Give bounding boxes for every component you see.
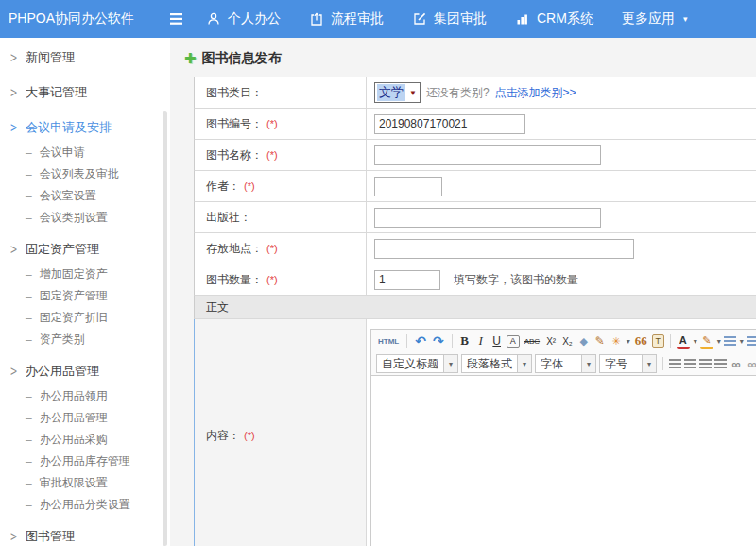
justify-icon[interactable] bbox=[714, 359, 727, 368]
content-label: 内容：(*) bbox=[195, 319, 367, 546]
align-right-icon[interactable] bbox=[699, 359, 712, 368]
sidebar-item-supplies-category[interactable]: –办公用品分类设置 bbox=[0, 494, 170, 516]
caret-down-icon[interactable]: ▾ bbox=[694, 337, 697, 346]
author-input[interactable] bbox=[374, 177, 442, 196]
nav-label: CRM系统 bbox=[537, 10, 593, 27]
add-category-link[interactable]: 点击添加类别>> bbox=[495, 85, 576, 101]
dash-icon: – bbox=[26, 499, 32, 512]
underline-button[interactable]: U bbox=[490, 333, 504, 350]
align-left-icon[interactable] bbox=[669, 359, 681, 368]
required-mark: (*) bbox=[244, 430, 255, 441]
sidebar-group-meeting[interactable]: >会议申请及安排 bbox=[0, 113, 170, 142]
chevron-right-icon: > bbox=[10, 50, 17, 66]
dash-icon: – bbox=[26, 412, 32, 425]
sidebar-item-asset-category[interactable]: –资产类别 bbox=[0, 329, 170, 350]
caret-down-icon: ▾ bbox=[642, 355, 656, 372]
sidebar-item-meeting-category[interactable]: –会议类别设置 bbox=[0, 207, 170, 229]
editor-content-area[interactable] bbox=[371, 375, 756, 546]
caret-down-icon[interactable]: ▾ bbox=[627, 337, 630, 346]
font-border-button[interactable]: A bbox=[507, 335, 520, 348]
dash-icon: – bbox=[26, 290, 32, 303]
blockquote-button[interactable]: 66 bbox=[633, 333, 649, 350]
redo-button[interactable]: ↷ bbox=[431, 333, 446, 350]
subscript-button[interactable]: X₂ bbox=[560, 333, 575, 350]
custom-title-select[interactable]: 自定义标题▾ bbox=[376, 354, 458, 373]
font-family-select[interactable]: 字体▾ bbox=[535, 354, 596, 373]
unordered-list-icon[interactable] bbox=[747, 336, 756, 346]
highlight-color-button[interactable]: ✎ bbox=[700, 334, 713, 349]
nav-crm-system[interactable]: CRM系统 bbox=[515, 10, 593, 27]
sidebar-item-supplies-inventory[interactable]: –办公用品库存管理 bbox=[0, 451, 170, 472]
hamburger-menu-button[interactable] bbox=[168, 12, 185, 26]
rich-text-editor: HTML ↶ ↷ B I U A ABC X² X₂ ◆ ✎ bbox=[370, 329, 756, 546]
quantity-label: 图书数量：(*) bbox=[195, 264, 367, 295]
category-select[interactable]: 文学 ▼ bbox=[374, 82, 421, 103]
sidebar-item-supplies-claim[interactable]: –办公用品领用 bbox=[0, 385, 170, 407]
select-arrow-icon: ▼ bbox=[409, 89, 417, 97]
sidebar-item-meeting-room[interactable]: –会议室设置 bbox=[0, 185, 170, 207]
sidebar-scrollbar[interactable] bbox=[163, 111, 167, 546]
dash-icon: – bbox=[26, 477, 32, 490]
undo-button[interactable]: ↶ bbox=[413, 333, 428, 350]
required-mark: (*) bbox=[266, 118, 278, 129]
format-brush-button[interactable]: ✎ bbox=[593, 333, 607, 350]
strikethrough-button[interactable]: ABC bbox=[523, 333, 541, 350]
auto-typeset-button[interactable]: ✳ bbox=[610, 333, 623, 350]
location-input[interactable] bbox=[374, 239, 634, 259]
bold-button[interactable]: B bbox=[458, 333, 472, 350]
nav-personal-office[interactable]: 个人办公 bbox=[206, 10, 281, 27]
body-section-header: 正文 bbox=[194, 296, 756, 319]
sidebar-group-office-supplies[interactable]: >办公用品管理 bbox=[0, 357, 170, 385]
paste-plain-button[interactable]: T bbox=[652, 334, 664, 348]
process-approval-icon bbox=[309, 11, 324, 26]
book-no-input[interactable] bbox=[374, 114, 525, 134]
book-name-input[interactable] bbox=[374, 145, 601, 165]
sidebar-item-supplies-manage[interactable]: –办公用品管理 bbox=[0, 407, 170, 429]
sidebar-item-add-asset[interactable]: –增加固定资产 bbox=[0, 264, 170, 285]
dash-icon: – bbox=[26, 190, 32, 203]
caret-down-icon[interactable]: ▾ bbox=[740, 337, 744, 346]
dash-icon: – bbox=[26, 434, 32, 447]
align-center-icon[interactable] bbox=[684, 359, 696, 368]
plus-icon: ✚ bbox=[184, 50, 197, 67]
html-source-button[interactable]: HTML bbox=[376, 333, 401, 350]
toolbar-separator bbox=[670, 334, 671, 348]
remove-link-button[interactable]: ∞ bbox=[746, 355, 756, 372]
sidebar-item-approval-permission[interactable]: –审批权限设置 bbox=[0, 472, 170, 494]
italic-button[interactable]: I bbox=[474, 333, 488, 350]
font-size-select[interactable]: 字号▾ bbox=[599, 354, 657, 373]
sidebar-group-books[interactable]: >图书管理 bbox=[0, 522, 170, 546]
nav-process-approval[interactable]: 流程审批 bbox=[309, 10, 384, 27]
chevron-right-icon: > bbox=[10, 364, 17, 380]
paragraph-format-select[interactable]: 段落格式▾ bbox=[461, 354, 532, 373]
chevron-right-icon: > bbox=[10, 529, 17, 545]
eraser-button[interactable]: ◆ bbox=[577, 333, 591, 350]
sidebar-group-fixed-assets[interactable]: >固定资产管理 bbox=[0, 235, 170, 264]
sidebar-item-asset-manage[interactable]: –固定资产管理 bbox=[0, 285, 170, 307]
quantity-note: 填写数字，该图书的数量 bbox=[454, 272, 578, 288]
book-no-label: 图书编号：(*) bbox=[195, 109, 367, 139]
form-row-publisher: 出版社： bbox=[194, 202, 756, 233]
sidebar-item-meeting-apply[interactable]: –会议申请 bbox=[0, 142, 170, 163]
form-row-book-name: 图书名称：(*) bbox=[194, 140, 756, 171]
dash-icon: – bbox=[26, 168, 32, 181]
nav-more-apps[interactable]: 更多应用 ▾ bbox=[622, 10, 688, 27]
required-mark: (*) bbox=[266, 274, 278, 285]
nav-group-approval[interactable]: 集团审批 bbox=[412, 10, 487, 27]
ordered-list-icon[interactable] bbox=[724, 336, 736, 346]
caret-down-icon[interactable]: ▾ bbox=[717, 337, 721, 346]
dash-icon: – bbox=[26, 333, 32, 347]
form-row-quantity: 图书数量：(*) 填写数字，该图书的数量 bbox=[194, 264, 756, 296]
insert-link-button[interactable]: ∞ bbox=[730, 355, 743, 372]
sidebar-item-supplies-purchase[interactable]: –办公用品采购 bbox=[0, 429, 170, 451]
sidebar-group-news[interactable]: >新闻管理 bbox=[0, 43, 170, 72]
main-content: ✚ 图书信息发布 图书类目： 文学 ▼ 还没有类别? 点击添加类别>> 图书编号… bbox=[170, 38, 756, 546]
quantity-input[interactable] bbox=[374, 270, 440, 290]
sidebar-item-meeting-list[interactable]: –会议列表及审批 bbox=[0, 163, 170, 185]
sidebar-group-memorabilia[interactable]: >大事记管理 bbox=[0, 78, 170, 107]
publisher-input[interactable] bbox=[374, 208, 601, 228]
sidebar-item-asset-depreciation[interactable]: –固定资产折旧 bbox=[0, 307, 170, 329]
location-label: 存放地点：(*) bbox=[195, 233, 367, 264]
superscript-button[interactable]: X² bbox=[544, 333, 558, 350]
font-color-button[interactable]: A bbox=[677, 334, 690, 349]
